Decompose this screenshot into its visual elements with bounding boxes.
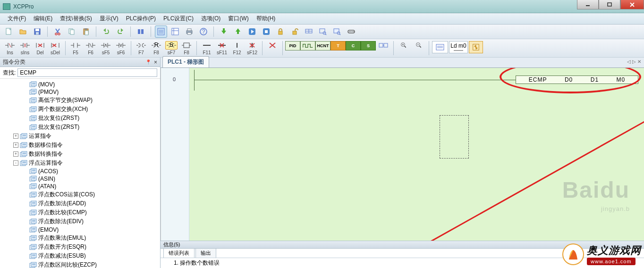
ld-comment[interactable] xyxy=(432,41,448,53)
close-button[interactable] xyxy=(620,0,644,9)
menu-view[interactable]: 显示(V) xyxy=(96,15,122,23)
upload-button[interactable] xyxy=(232,25,244,38)
ld-ldm0[interactable]: Ld m0 xyxy=(449,41,468,53)
ld-del2[interactable] xyxy=(265,41,280,50)
msg-tab-output[interactable]: 输出 xyxy=(195,248,216,258)
tree-node[interactable]: 浮点数乘法(EMUL) xyxy=(0,234,160,243)
tree-node[interactable]: 批次复位(ZRST) xyxy=(0,114,160,123)
unlock-button[interactable] xyxy=(288,25,301,38)
tree-node[interactable]: 浮点数加法(EADD) xyxy=(0,199,160,208)
monitor-button[interactable] xyxy=(303,25,315,38)
redo-button[interactable] xyxy=(114,25,127,38)
ld-sf5[interactable]: sF5 xyxy=(99,41,113,55)
ld-f5[interactable]: F5 xyxy=(68,41,83,55)
zoom-button[interactable] xyxy=(317,25,329,38)
ld-s[interactable]: S xyxy=(361,41,375,50)
print-button[interactable] xyxy=(183,25,195,38)
tree-node[interactable]: 浮点数开方(ESQR) xyxy=(0,243,160,251)
copy-button[interactable] xyxy=(66,25,78,38)
run-button[interactable] xyxy=(246,25,258,38)
ld-sf7[interactable]: SsF7 xyxy=(164,41,178,55)
ld-f8-coil[interactable]: RF8 xyxy=(149,41,163,55)
tree-node[interactable]: +数据移位指令 xyxy=(0,141,160,150)
open-file-button[interactable] xyxy=(17,25,29,38)
cut-button[interactable] xyxy=(51,25,64,38)
ladder-canvas[interactable]: 0 ECMP D0 D1 M0 Baidu jingyan.b xyxy=(161,68,644,241)
serial-button[interactable] xyxy=(345,25,357,38)
ld-pwm[interactable] xyxy=(301,41,315,50)
menu-file[interactable]: 文件(F) xyxy=(4,15,30,23)
ld-del[interactable]: Del xyxy=(33,41,47,55)
new-file-button[interactable] xyxy=(3,25,15,38)
tree-node[interactable]: 浮点数比较(ECMP) xyxy=(0,208,160,217)
tree-node[interactable]: (ATAN) xyxy=(0,183,160,190)
svg-rect-38 xyxy=(265,30,268,33)
ld-f11[interactable]: F11 xyxy=(200,41,214,55)
ld-f6[interactable]: F6 xyxy=(84,41,98,55)
tree-node[interactable]: +数据转换指令 xyxy=(0,150,160,159)
menu-help[interactable]: 帮助(H) xyxy=(253,15,280,23)
tree-node[interactable]: 两个数据交换(XCH) xyxy=(0,105,160,114)
menu-window[interactable]: 窗口(W) xyxy=(224,15,252,23)
tree-node[interactable]: (EMOV) xyxy=(0,226,160,234)
msg-tab-errors[interactable]: 错误列表 xyxy=(163,248,195,258)
tree-node[interactable]: 高低字节交换(SWAP) xyxy=(0,96,160,105)
ld-sdel[interactable]: sDel xyxy=(48,41,62,55)
view-ladder-button[interactable] xyxy=(155,25,167,38)
stop-button[interactable] xyxy=(260,25,272,38)
ld-sf12[interactable]: sF12 xyxy=(245,41,259,55)
zoom2-button[interactable] xyxy=(331,25,343,38)
menu-find[interactable]: 查找\替换(S) xyxy=(56,15,95,23)
menu-options[interactable]: 选项(O) xyxy=(197,15,224,23)
menu-plc-set[interactable]: PLC设置(C) xyxy=(160,15,197,23)
menu-plc-op[interactable]: PLC操作(P) xyxy=(122,15,160,23)
menu-edit[interactable]: 编辑(E) xyxy=(30,15,56,23)
tree-node[interactable]: (PMOV) xyxy=(0,88,160,96)
minimize-button[interactable] xyxy=(577,0,599,9)
maximize-button[interactable] xyxy=(599,0,620,9)
ld-link[interactable] xyxy=(376,41,390,50)
ld-sins[interactable]: sIns xyxy=(18,41,32,55)
tree-node[interactable]: +运算指令 xyxy=(0,132,160,141)
tree-node[interactable]: 浮点数区间比较(EZCP) xyxy=(0,260,160,268)
svg-rect-15 xyxy=(85,28,87,30)
paste-button[interactable] xyxy=(80,25,92,38)
zoom-out-button[interactable] xyxy=(412,41,426,50)
ld-sf11[interactable]: sF11 xyxy=(215,41,229,55)
tree-node[interactable]: (ASIN) xyxy=(0,175,160,183)
tree-node[interactable]: (MOV) xyxy=(0,81,160,88)
zoom-in-button[interactable] xyxy=(397,41,411,50)
ld-f8-box[interactable]: F8 xyxy=(179,41,194,55)
close-panel-icon[interactable]: × xyxy=(154,59,157,66)
editor-tab[interactable]: PLC1 - 梯形图 xyxy=(162,56,209,67)
rung-0[interactable]: ECMP D0 D1 M0 xyxy=(194,75,639,86)
tree-node[interactable]: (ACOS) xyxy=(0,168,160,175)
tree-node[interactable]: 浮点数减法(ESUB) xyxy=(0,251,160,260)
undo-button[interactable] xyxy=(100,25,112,38)
pin-icon[interactable]: 📍 xyxy=(145,59,151,65)
ld-c[interactable]: C xyxy=(346,41,360,50)
search-input[interactable] xyxy=(17,68,157,77)
ld-t[interactable]: T xyxy=(331,41,345,50)
download-button[interactable] xyxy=(218,25,230,38)
ld-f12[interactable]: F12 xyxy=(230,41,244,55)
svg-marker-33 xyxy=(221,28,226,34)
ld-hcnt[interactable]: HCNT xyxy=(316,41,330,50)
tree-node[interactable]: 批次复位(ZRST) xyxy=(0,123,160,132)
lock-button[interactable] xyxy=(274,25,287,38)
check-button[interactable]: ? xyxy=(197,25,210,38)
ld-ins[interactable]: Ins xyxy=(3,41,17,55)
save-button[interactable] xyxy=(31,25,43,38)
ld-swap[interactable] xyxy=(469,41,483,53)
find-button[interactable] xyxy=(135,25,147,38)
view-list-button[interactable] xyxy=(169,25,181,38)
tree-node[interactable]: 浮点数除法(EDIV) xyxy=(0,217,160,226)
ld-f7[interactable]: F7 xyxy=(134,41,148,55)
tree-node[interactable]: 浮点数COS运算(COS) xyxy=(0,190,160,199)
ld-pid[interactable]: PID xyxy=(286,41,300,50)
tab-nav[interactable]: ◁ ▷ ✕ xyxy=(627,59,641,64)
ld-sf6[interactable]: sF6 xyxy=(114,41,128,55)
tree-node[interactable]: -浮点运算指令 xyxy=(0,159,160,168)
instruction-tree[interactable]: (MOV)(PMOV)高低字节交换(SWAP)两个数据交换(XCH)批次复位(Z… xyxy=(0,79,160,268)
instruction-box[interactable]: ECMP D0 D1 M0 xyxy=(516,75,638,84)
